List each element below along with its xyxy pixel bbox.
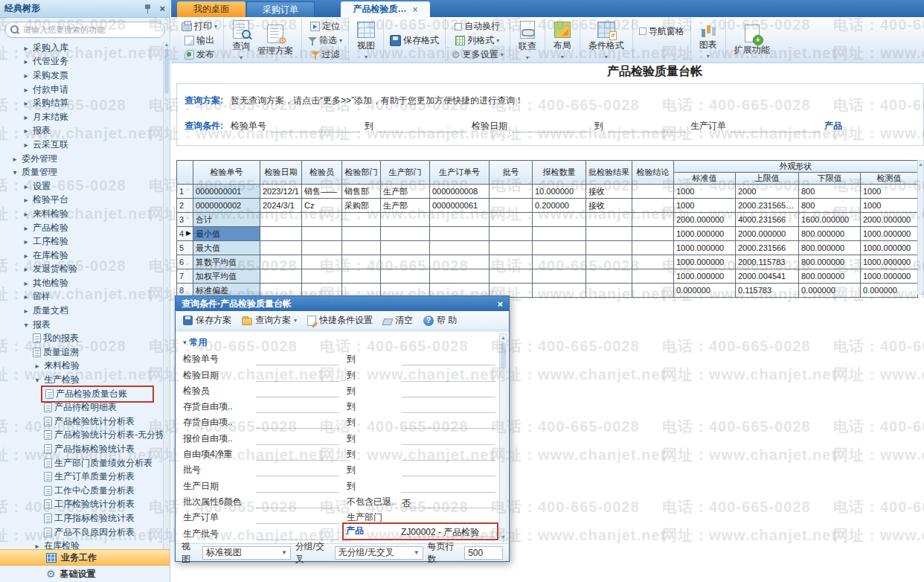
table-cell[interactable]: 2000 bbox=[736, 185, 799, 199]
table-cell[interactable]: 2000.000000 bbox=[674, 213, 736, 227]
table-cell[interactable] bbox=[302, 269, 342, 284]
table-row[interactable]: 100000000012023/12/1销售——销售部生产部0000000008… bbox=[177, 185, 918, 199]
table-cell[interactable]: 0.000000 bbox=[861, 284, 918, 298]
table-cell[interactable]: 生产部 bbox=[381, 185, 430, 199]
sub-column-header[interactable]: 下限值 bbox=[799, 173, 861, 185]
row-number-cell[interactable]: 5 bbox=[177, 241, 193, 255]
sidebar-item[interactable]: ▸采购发票 bbox=[0, 68, 164, 83]
table-cell[interactable] bbox=[260, 227, 302, 241]
sidebar-item[interactable]: 我的报表 bbox=[0, 331, 164, 345]
sidebar-item[interactable]: ▾报表 bbox=[0, 318, 164, 332]
tab-my-desktop[interactable]: 我的桌面 bbox=[177, 1, 246, 17]
nav-pane-checkbox[interactable]: 导航窗格 bbox=[638, 25, 686, 38]
sidebar-item[interactable]: 产品检验统计分析表-无分拣 bbox=[0, 429, 164, 443]
query-plan-button[interactable]: 查询方案▾ bbox=[242, 314, 297, 327]
field-input[interactable] bbox=[402, 418, 495, 429]
table-cell[interactable] bbox=[632, 227, 674, 241]
field-input[interactable] bbox=[256, 529, 339, 540]
scroll-down-icon[interactable]: ▼ bbox=[500, 534, 507, 540]
table-cell[interactable]: 合计 bbox=[193, 213, 260, 227]
table-cell[interactable] bbox=[302, 227, 342, 241]
table-cell[interactable]: 最大值 bbox=[193, 241, 260, 255]
table-cell[interactable] bbox=[342, 269, 381, 284]
sub-column-header[interactable]: 上限值 bbox=[736, 173, 799, 185]
table-cell[interactable]: 0.000000 bbox=[674, 284, 736, 298]
table-cell[interactable] bbox=[490, 241, 533, 255]
table-cell[interactable]: 1000.000000 bbox=[674, 227, 736, 241]
table-cell[interactable]: 1600.000000 bbox=[799, 213, 861, 227]
column-header[interactable]: 批号 bbox=[490, 161, 533, 185]
table-cell[interactable] bbox=[342, 227, 381, 241]
table-cell[interactable]: 10.000000 bbox=[533, 185, 586, 199]
field-input[interactable] bbox=[402, 482, 495, 493]
table-cell[interactable]: 2000.231565… bbox=[736, 199, 799, 213]
sidebar-item[interactable]: ▸工序检验 bbox=[0, 234, 164, 249]
table-row[interactable]: 4▶最小值1000.0000002000.000000800.000000100… bbox=[177, 227, 918, 241]
row-number-cell[interactable]: 4▶ bbox=[177, 227, 193, 241]
field-input[interactable]: ZJ00002 - 产品检验 bbox=[401, 526, 495, 537]
row-number-cell[interactable]: 3 bbox=[177, 213, 193, 227]
table-cell[interactable] bbox=[533, 255, 586, 269]
field-input[interactable] bbox=[402, 402, 495, 413]
table-cell[interactable]: 1000 bbox=[674, 185, 736, 199]
scroll-up-icon[interactable]: ▲ bbox=[164, 42, 170, 47]
auto-wrap-checkbox[interactable]: 自动换行 bbox=[453, 20, 501, 33]
clear-button[interactable]: 清空 bbox=[383, 314, 413, 327]
sidebar-item[interactable]: 产品待检明细表 bbox=[0, 400, 164, 415]
table-cell[interactable]: 1000 bbox=[861, 185, 918, 199]
table-cell[interactable]: 800.000000 bbox=[799, 255, 861, 269]
field-input[interactable] bbox=[256, 402, 339, 413]
table-row[interactable]: 6算数平均值1000.0000002000.115783800.00000010… bbox=[177, 255, 918, 269]
sidebar-item[interactable]: ▸云采互联 bbox=[0, 138, 164, 152]
dialog-titlebar[interactable]: 查询条件-产品检验质量台帐 × bbox=[176, 296, 509, 311]
table-cell[interactable]: 800.000000 bbox=[799, 227, 861, 241]
table-row[interactable]: 7加权平均值1000.0000002000.004541800.00000010… bbox=[177, 269, 918, 284]
table-cell[interactable] bbox=[381, 213, 430, 227]
field-input[interactable] bbox=[256, 354, 339, 365]
table-cell[interactable]: 1000.000000 bbox=[674, 241, 736, 255]
row-number-cell[interactable]: 7 bbox=[177, 269, 193, 284]
sidebar-item[interactable]: ▸代管业务 bbox=[0, 55, 164, 69]
table-cell[interactable]: 1000 bbox=[674, 199, 736, 213]
table-cell[interactable] bbox=[260, 241, 302, 255]
sidebar-item[interactable]: 产品不良原因分析表 bbox=[0, 525, 164, 540]
sub-column-header[interactable]: 标准值 bbox=[674, 173, 736, 185]
table-cell[interactable]: 采购部 bbox=[342, 199, 381, 213]
table-cell[interactable] bbox=[632, 284, 674, 298]
link-query-button[interactable]: 联查▾ bbox=[515, 20, 540, 62]
sidebar-item[interactable]: ▸留样 bbox=[0, 290, 164, 304]
table-cell[interactable] bbox=[430, 241, 490, 255]
table-row[interactable]: 5最大值1000.0000002000.231566800.0000001000… bbox=[177, 241, 918, 255]
sidebar-item[interactable]: ▸在库检验 bbox=[0, 249, 164, 263]
sidebar-item[interactable]: ▸其他检验 bbox=[0, 276, 164, 290]
output-button[interactable]: 输出 bbox=[183, 34, 216, 48]
sidebar-item[interactable]: ▸在库检验 bbox=[0, 539, 164, 549]
grid-scrollbar[interactable]: ▲ bbox=[917, 160, 924, 295]
table-cell[interactable]: 0000000061 bbox=[430, 199, 490, 213]
table-cell[interactable] bbox=[632, 269, 674, 284]
table-cell[interactable]: 2000.000000 bbox=[861, 213, 918, 227]
table-cell[interactable]: 2000.004541 bbox=[736, 269, 799, 284]
row-number-cell[interactable]: 2 bbox=[177, 199, 193, 213]
table-cell[interactable] bbox=[302, 241, 342, 255]
cond-format-button[interactable]: 条件格式▾ bbox=[585, 21, 628, 61]
table-cell[interactable]: 接收 bbox=[586, 185, 632, 199]
table-cell[interactable] bbox=[586, 255, 632, 269]
sidebar-item[interactable]: ▸发退货检验 bbox=[0, 263, 164, 277]
table-cell[interactable] bbox=[533, 284, 586, 298]
field-input[interactable] bbox=[256, 465, 339, 476]
scroll-up-icon[interactable]: ▲ bbox=[500, 335, 507, 340]
table-cell[interactable]: 0.115783 bbox=[736, 284, 799, 298]
field-input[interactable] bbox=[256, 450, 339, 461]
table-cell[interactable] bbox=[533, 241, 586, 255]
group-cross-select[interactable]: 无分组/无交叉▼ bbox=[335, 546, 423, 560]
table-cell[interactable]: 4000.231566 bbox=[736, 213, 799, 227]
table-cell[interactable]: 800 bbox=[799, 185, 861, 199]
table-cell[interactable] bbox=[490, 185, 533, 199]
table-cell[interactable] bbox=[302, 255, 342, 269]
section-common[interactable]: ▾ 常用 bbox=[183, 335, 498, 350]
table-cell[interactable] bbox=[342, 241, 381, 255]
sidebar-item[interactable]: 工序指标检验统计表 bbox=[0, 511, 164, 525]
table-cell[interactable]: 加权平均值 bbox=[193, 269, 260, 284]
table-cell[interactable]: 800 bbox=[799, 199, 861, 213]
